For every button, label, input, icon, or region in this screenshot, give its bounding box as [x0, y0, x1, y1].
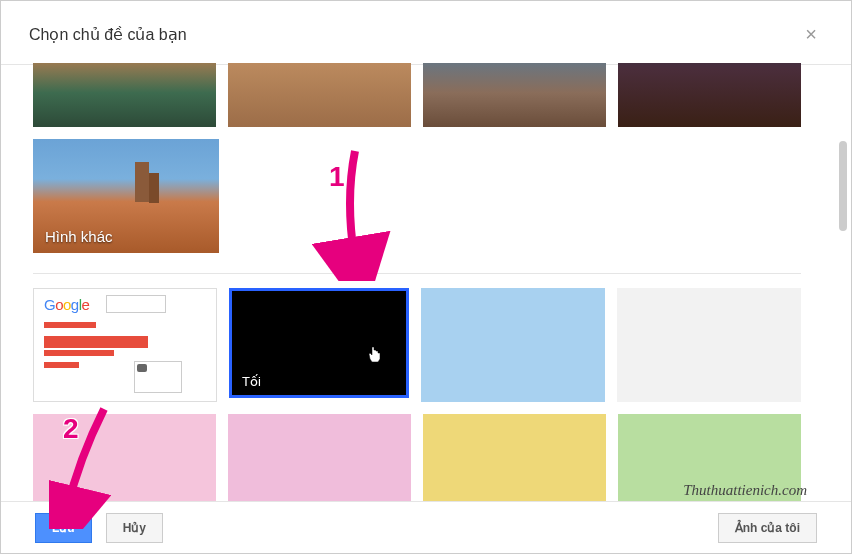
dialog-header: Chọn chủ đề của bạn ×	[1, 1, 851, 65]
theme-dark-label: Tối	[242, 374, 261, 389]
save-button[interactable]: Lưu	[35, 513, 92, 543]
cursor-hand-icon	[367, 345, 383, 370]
theme-image-3[interactable]	[423, 63, 606, 127]
scrollbar[interactable]	[839, 141, 847, 231]
theme-pink-light[interactable]	[33, 414, 216, 501]
theme-image-4[interactable]	[618, 63, 801, 127]
theme-gray[interactable]	[617, 288, 801, 402]
close-button[interactable]: ×	[799, 23, 823, 46]
content-area: Hình khác Google Tối	[1, 63, 835, 501]
annotation-number-1: 1	[329, 161, 345, 193]
preview-box	[134, 361, 182, 393]
image-row-2: Hình khác	[33, 139, 801, 253]
image-row-partial	[33, 63, 801, 127]
theme-pink[interactable]	[228, 414, 411, 501]
more-images-label: Hình khác	[45, 228, 113, 245]
preview-lines	[38, 322, 212, 368]
my-photos-button[interactable]: Ảnh của tôi	[718, 513, 817, 543]
section-divider	[33, 273, 801, 274]
theme-more-images[interactable]: Hình khác	[33, 139, 219, 253]
footer: Lưu Hủy Ảnh của tôi	[1, 501, 851, 553]
theme-blue[interactable]	[421, 288, 605, 402]
theme-image-2[interactable]	[228, 63, 411, 127]
close-icon: ×	[805, 23, 817, 45]
google-logo: Google	[38, 293, 95, 316]
theme-row-1: Google Tối	[33, 288, 801, 402]
annotation-number-2: 2	[63, 413, 79, 445]
search-preview	[106, 295, 166, 313]
watermark: Thuthuattienich.com	[683, 482, 807, 499]
dialog-title: Chọn chủ đề của bạn	[29, 25, 187, 44]
theme-dark[interactable]: Tối	[229, 288, 409, 398]
theme-image-1[interactable]	[33, 63, 216, 127]
theme-yellow[interactable]	[423, 414, 606, 501]
theme-light[interactable]: Google	[33, 288, 217, 402]
cancel-button[interactable]: Hủy	[106, 513, 163, 543]
